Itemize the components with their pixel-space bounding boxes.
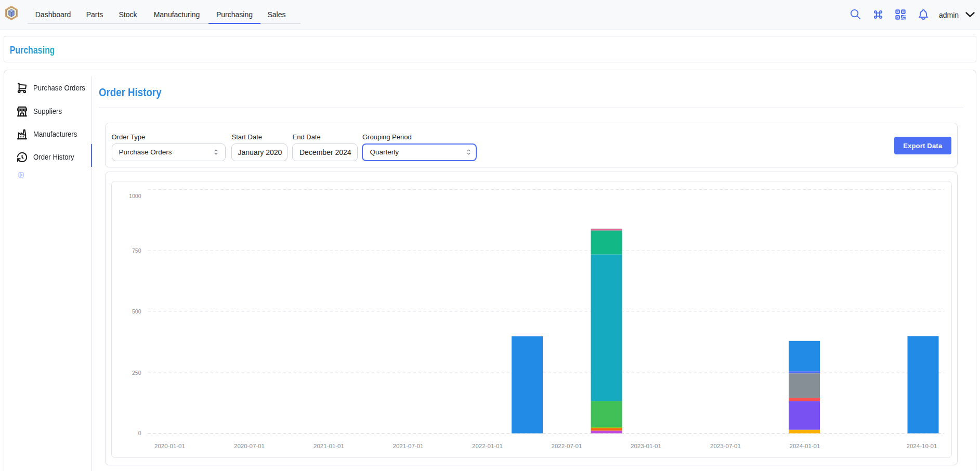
- svg-text:500: 500: [132, 308, 141, 315]
- svg-text:2022-01-01: 2022-01-01: [472, 443, 503, 449]
- svg-text:2020-01-01: 2020-01-01: [154, 443, 185, 449]
- svg-text:2024-01-01: 2024-01-01: [789, 443, 820, 449]
- svg-text:2024-10-01: 2024-10-01: [906, 443, 937, 449]
- svg-text:250: 250: [132, 370, 141, 376]
- svg-text:2023-01-01: 2023-01-01: [631, 443, 661, 449]
- svg-text:0: 0: [138, 430, 141, 436]
- svg-text:2021-01-01: 2021-01-01: [313, 443, 344, 449]
- svg-text:2023-07-01: 2023-07-01: [710, 443, 741, 449]
- svg-text:2022-07-01: 2022-07-01: [551, 443, 582, 449]
- svg-text:2020-07-01: 2020-07-01: [234, 443, 265, 449]
- svg-text:750: 750: [132, 247, 141, 254]
- svg-text:1000: 1000: [129, 193, 141, 199]
- svg-text:2021-07-01: 2021-07-01: [393, 443, 423, 449]
